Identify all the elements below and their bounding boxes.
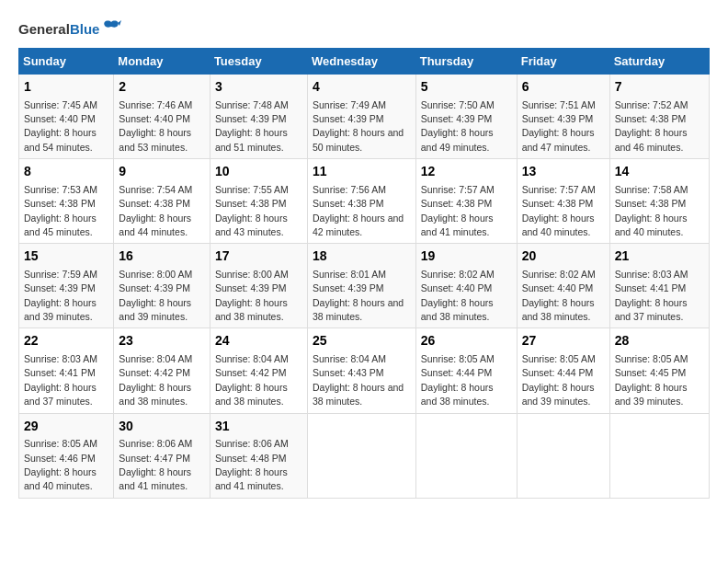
day-cell: 24 Sunrise: 8:04 AMSunset: 4:42 PMDaylig… [210,328,307,413]
header-day-tuesday: Tuesday [210,49,307,75]
day-number: 13 [522,163,605,181]
day-number: 31 [215,418,302,436]
day-info: Sunrise: 8:00 AMSunset: 4:39 PMDaylight:… [119,269,192,322]
day-number: 1 [24,78,108,97]
day-number: 24 [215,332,302,350]
day-info: Sunrise: 8:02 AMSunset: 4:40 PMDaylight:… [522,269,596,322]
day-info: Sunrise: 7:54 AMSunset: 4:38 PMDaylight:… [119,184,192,237]
day-number: 5 [421,78,512,97]
logo-bird-icon [101,18,121,39]
day-number: 29 [24,418,108,436]
day-info: Sunrise: 7:45 AMSunset: 4:40 PMDaylight:… [24,99,97,153]
day-cell [307,413,415,498]
day-cell: 22 Sunrise: 8:03 AMSunset: 4:41 PMDaylig… [19,328,114,413]
day-number: 25 [313,332,411,350]
week-row-4: 22 Sunrise: 8:03 AMSunset: 4:41 PMDaylig… [19,328,710,413]
day-number: 30 [119,418,205,436]
day-cell: 4 Sunrise: 7:49 AMSunset: 4:39 PMDayligh… [307,75,415,159]
day-number: 16 [119,247,205,266]
week-row-1: 1 Sunrise: 7:45 AMSunset: 4:40 PMDayligh… [19,75,710,159]
day-info: Sunrise: 7:53 AMSunset: 4:38 PMDaylight:… [24,184,97,237]
day-cell: 21 Sunrise: 8:03 AMSunset: 4:41 PMDaylig… [609,244,709,328]
day-number: 28 [615,332,704,350]
day-info: Sunrise: 8:00 AMSunset: 4:39 PMDaylight:… [215,269,289,322]
day-info: Sunrise: 8:05 AMSunset: 4:44 PMDaylight:… [522,353,596,407]
day-info: Sunrise: 8:04 AMSunset: 4:42 PMDaylight:… [119,353,192,407]
header-day-monday: Monday [114,49,210,75]
day-number: 17 [215,247,302,266]
header: GeneralBlue [18,18,710,39]
day-cell: 29 Sunrise: 8:05 AMSunset: 4:46 PMDaylig… [19,413,114,498]
header-day-wednesday: Wednesday [307,49,415,75]
day-number: 22 [24,332,108,350]
day-cell: 19 Sunrise: 8:02 AMSunset: 4:40 PMDaylig… [415,244,517,328]
day-cell [609,413,709,498]
day-cell [517,413,609,498]
day-cell: 6 Sunrise: 7:51 AMSunset: 4:39 PMDayligh… [517,75,609,159]
logo: GeneralBlue [18,18,121,39]
week-row-2: 8 Sunrise: 7:53 AMSunset: 4:38 PMDayligh… [19,159,710,244]
day-cell: 13 Sunrise: 7:57 AMSunset: 4:38 PMDaylig… [517,159,609,244]
day-number: 14 [615,163,704,181]
day-number: 23 [119,332,205,350]
day-cell: 14 Sunrise: 7:58 AMSunset: 4:38 PMDaylig… [609,159,709,244]
day-cell: 7 Sunrise: 7:52 AMSunset: 4:38 PMDayligh… [609,75,709,159]
day-info: Sunrise: 8:05 AMSunset: 4:45 PMDaylight:… [615,353,688,407]
day-cell: 3 Sunrise: 7:48 AMSunset: 4:39 PMDayligh… [210,75,307,159]
day-info: Sunrise: 7:46 AMSunset: 4:40 PMDaylight:… [119,99,192,153]
day-info: Sunrise: 7:52 AMSunset: 4:38 PMDaylight:… [615,99,688,153]
day-number: 15 [24,247,108,266]
day-cell: 23 Sunrise: 8:04 AMSunset: 4:42 PMDaylig… [114,328,210,413]
day-info: Sunrise: 8:06 AMSunset: 4:48 PMDaylight:… [215,438,289,491]
day-cell: 31 Sunrise: 8:06 AMSunset: 4:48 PMDaylig… [210,413,307,498]
day-info: Sunrise: 7:49 AMSunset: 4:39 PMDaylight:… [313,99,404,153]
day-info: Sunrise: 8:04 AMSunset: 4:42 PMDaylight:… [215,353,289,407]
day-number: 11 [313,163,411,181]
day-info: Sunrise: 7:58 AMSunset: 4:38 PMDaylight:… [615,184,688,237]
day-info: Sunrise: 8:03 AMSunset: 4:41 PMDaylight:… [24,353,97,407]
day-number: 9 [119,163,205,181]
day-info: Sunrise: 7:48 AMSunset: 4:39 PMDaylight:… [215,99,289,153]
day-number: 18 [313,247,411,266]
day-cell: 26 Sunrise: 8:05 AMSunset: 4:44 PMDaylig… [415,328,517,413]
day-number: 27 [522,332,605,350]
day-cell: 18 Sunrise: 8:01 AMSunset: 4:39 PMDaylig… [307,244,415,328]
week-row-5: 29 Sunrise: 8:05 AMSunset: 4:46 PMDaylig… [19,413,710,498]
day-number: 20 [522,247,605,266]
day-cell: 2 Sunrise: 7:46 AMSunset: 4:40 PMDayligh… [114,75,210,159]
day-cell: 11 Sunrise: 7:56 AMSunset: 4:38 PMDaylig… [307,159,415,244]
day-number: 6 [522,78,605,97]
day-cell: 15 Sunrise: 7:59 AMSunset: 4:39 PMDaylig… [19,244,114,328]
day-info: Sunrise: 8:05 AMSunset: 4:44 PMDaylight:… [421,353,495,407]
day-number: 2 [119,78,205,97]
day-info: Sunrise: 7:51 AMSunset: 4:39 PMDaylight:… [522,99,596,153]
day-info: Sunrise: 7:50 AMSunset: 4:39 PMDaylight:… [421,99,495,153]
day-cell: 9 Sunrise: 7:54 AMSunset: 4:38 PMDayligh… [114,159,210,244]
day-cell: 27 Sunrise: 8:05 AMSunset: 4:44 PMDaylig… [517,328,609,413]
day-cell: 25 Sunrise: 8:04 AMSunset: 4:43 PMDaylig… [307,328,415,413]
day-info: Sunrise: 7:56 AMSunset: 4:38 PMDaylight:… [313,184,404,237]
header-day-sunday: Sunday [19,49,114,75]
day-cell: 5 Sunrise: 7:50 AMSunset: 4:39 PMDayligh… [415,75,517,159]
header-day-friday: Friday [517,49,609,75]
day-cell: 30 Sunrise: 8:06 AMSunset: 4:47 PMDaylig… [114,413,210,498]
day-number: 4 [313,78,411,97]
day-number: 8 [24,163,108,181]
header-row: SundayMondayTuesdayWednesdayThursdayFrid… [19,49,710,75]
day-number: 26 [421,332,512,350]
day-number: 10 [215,163,302,181]
day-info: Sunrise: 8:06 AMSunset: 4:47 PMDaylight:… [119,438,192,491]
week-row-3: 15 Sunrise: 7:59 AMSunset: 4:39 PMDaylig… [19,244,710,328]
day-cell: 28 Sunrise: 8:05 AMSunset: 4:45 PMDaylig… [609,328,709,413]
calendar-table: SundayMondayTuesdayWednesdayThursdayFrid… [18,48,710,499]
day-cell: 12 Sunrise: 7:57 AMSunset: 4:38 PMDaylig… [415,159,517,244]
day-info: Sunrise: 7:57 AMSunset: 4:38 PMDaylight:… [421,184,495,237]
day-info: Sunrise: 8:01 AMSunset: 4:39 PMDaylight:… [313,269,404,322]
header-day-saturday: Saturday [609,49,709,75]
day-info: Sunrise: 8:04 AMSunset: 4:43 PMDaylight:… [313,353,404,407]
day-number: 7 [615,78,704,97]
day-number: 21 [615,247,704,266]
day-info: Sunrise: 7:55 AMSunset: 4:38 PMDaylight:… [215,184,289,237]
day-cell: 10 Sunrise: 7:55 AMSunset: 4:38 PMDaylig… [210,159,307,244]
day-cell: 17 Sunrise: 8:00 AMSunset: 4:39 PMDaylig… [210,244,307,328]
